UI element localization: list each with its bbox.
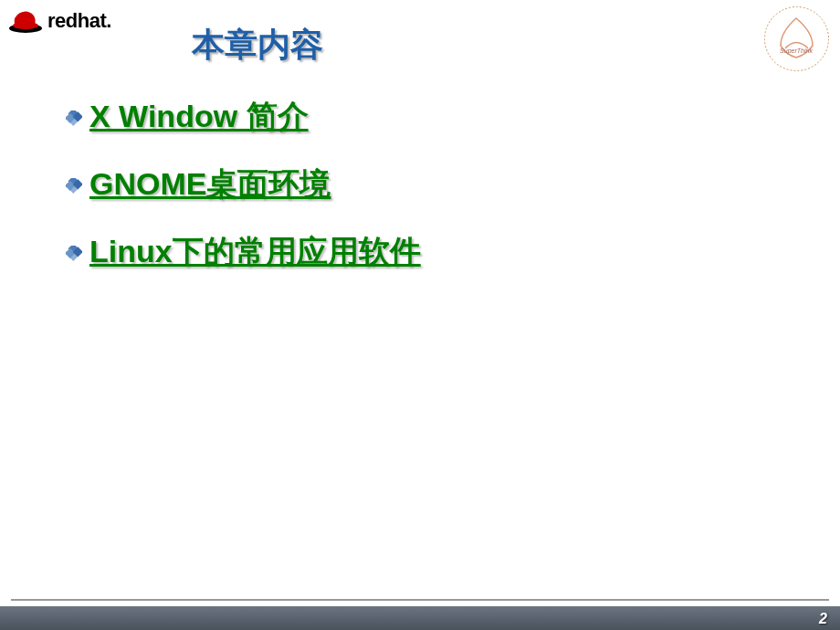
footer-bar [0,606,840,630]
svg-point-2 [765,7,829,71]
list-item: X Window 简介 [66,96,840,138]
footer-divider [11,599,829,601]
redhat-hat-icon [7,7,44,35]
svg-point-1 [13,22,38,29]
redhat-brand-text: redhat. [47,9,111,33]
diamond-bullet-icon [66,178,82,198]
nav-link-xwindow[interactable]: X Window 简介 [89,96,309,138]
page-number: 2 [819,611,827,627]
redhat-logo: redhat. [7,7,111,35]
list-item: GNOME桌面环境 [66,163,840,205]
list-item: Linux下的常用应用软件 [66,231,840,273]
content-list: X Window 简介 GNOME桌面环境 Linux下的常用应用软件 [0,68,840,273]
svg-text:SuperThink: SuperThink [780,47,813,55]
superthink-stamp-icon: SuperThink [762,5,831,73]
diamond-bullet-icon [66,246,82,266]
diamond-bullet-icon [66,110,82,131]
nav-link-gnome[interactable]: GNOME桌面环境 [89,163,331,205]
nav-link-linux-apps[interactable]: Linux下的常用应用软件 [89,231,421,273]
slide-header: redhat. 本章内容 SuperThink [0,0,840,68]
page-title: 本章内容 [192,23,323,68]
